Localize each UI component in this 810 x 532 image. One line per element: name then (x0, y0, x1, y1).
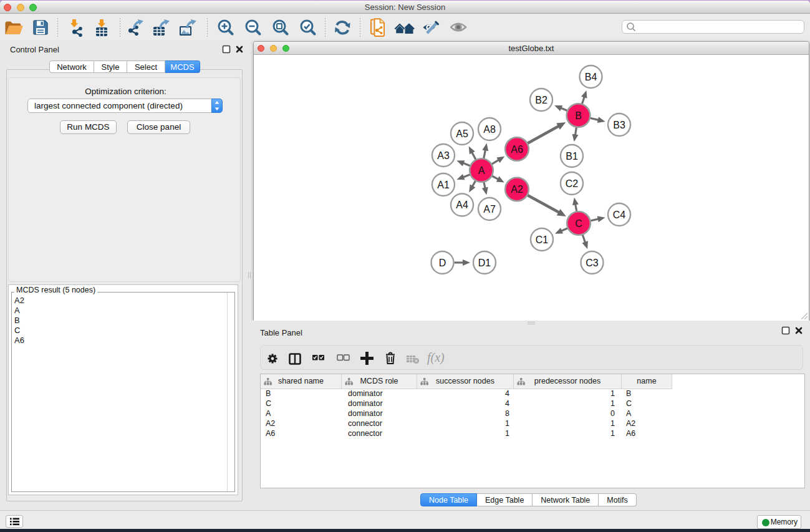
svg-text:C1: C1 (536, 235, 549, 245)
svg-text:A8: A8 (483, 124, 496, 135)
svg-text:B3: B3 (613, 120, 625, 130)
svg-text:C: C (575, 218, 582, 229)
svg-text:A1: A1 (437, 180, 450, 190)
svg-text:A7: A7 (483, 204, 496, 215)
svg-text:B1: B1 (566, 151, 578, 162)
svg-text:A3: A3 (437, 150, 450, 161)
svg-text:D1: D1 (478, 258, 491, 268)
svg-text:A2: A2 (511, 184, 523, 195)
svg-text:A: A (478, 165, 485, 176)
svg-text:C4: C4 (613, 210, 626, 220)
svg-text:A4: A4 (456, 200, 468, 210)
svg-text:B4: B4 (585, 72, 597, 82)
svg-text:C2: C2 (566, 178, 579, 189)
svg-text:B: B (575, 110, 582, 121)
svg-text:C3: C3 (586, 258, 599, 268)
svg-text:D: D (439, 258, 446, 268)
svg-text:A6: A6 (511, 144, 523, 155)
svg-text:f(x): f(x) (427, 352, 445, 365)
svg-text:B2: B2 (535, 95, 547, 105)
svg-text:A5: A5 (456, 128, 468, 139)
